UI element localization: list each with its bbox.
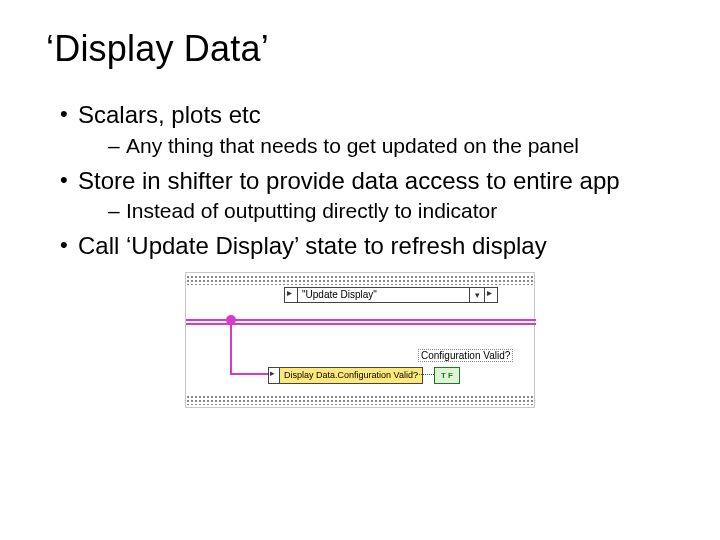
- bullet-list: Scalars, plots etc Any thing that needs …: [46, 100, 674, 262]
- sub-bullet-text: Instead of outputting directly to indica…: [126, 199, 497, 222]
- sub-bullet-list: Any thing that needs to get updated on t…: [78, 133, 674, 160]
- case-prev-icon: [285, 288, 298, 302]
- unbundle-by-name-node: Display Data.Configuration Valid?: [268, 367, 423, 384]
- slide-title: ‘Display Data’: [46, 28, 674, 70]
- cluster-wire: [186, 323, 536, 325]
- bullet-item: Call ‘Update Display’ state to refresh d…: [60, 231, 674, 262]
- loop-border-bottom: [186, 395, 534, 405]
- sub-bullet-item: Any thing that needs to get updated on t…: [108, 133, 674, 160]
- boolean-indicator-terminal: T F: [434, 367, 460, 384]
- case-label: "Update Display": [298, 289, 469, 300]
- boolean-wire: [416, 374, 434, 375]
- cluster-wire: [230, 319, 232, 375]
- loop-border-top: [186, 275, 534, 285]
- cluster-wire: [230, 373, 268, 375]
- indicator-label: Configuration Valid?: [418, 349, 513, 362]
- slide: ‘Display Data’ Scalars, plots etc Any th…: [0, 0, 720, 540]
- bullet-text: Scalars, plots etc: [78, 101, 261, 128]
- sub-bullet-list: Instead of outputting directly to indica…: [78, 198, 674, 225]
- case-next-icon: [484, 288, 497, 302]
- case-selector: "Update Display": [284, 287, 498, 303]
- block-diagram: "Update Display" Display Data.Configurat…: [185, 272, 535, 408]
- unbundle-field-label: Display Data.Configuration Valid?: [280, 368, 422, 383]
- bullet-item: Store in shifter to provide data access …: [60, 166, 674, 226]
- case-dropdown-icon: [469, 288, 484, 302]
- sub-bullet-item: Instead of outputting directly to indica…: [108, 198, 674, 225]
- cluster-wire: [186, 319, 536, 321]
- block-diagram-wrap: "Update Display" Display Data.Configurat…: [185, 272, 535, 408]
- bullet-item: Scalars, plots etc Any thing that needs …: [60, 100, 674, 160]
- unbundle-handle-icon: [269, 368, 280, 383]
- bullet-text: Call ‘Update Display’ state to refresh d…: [78, 232, 547, 259]
- bullet-text: Store in shifter to provide data access …: [78, 167, 620, 194]
- sub-bullet-text: Any thing that needs to get updated on t…: [126, 134, 579, 157]
